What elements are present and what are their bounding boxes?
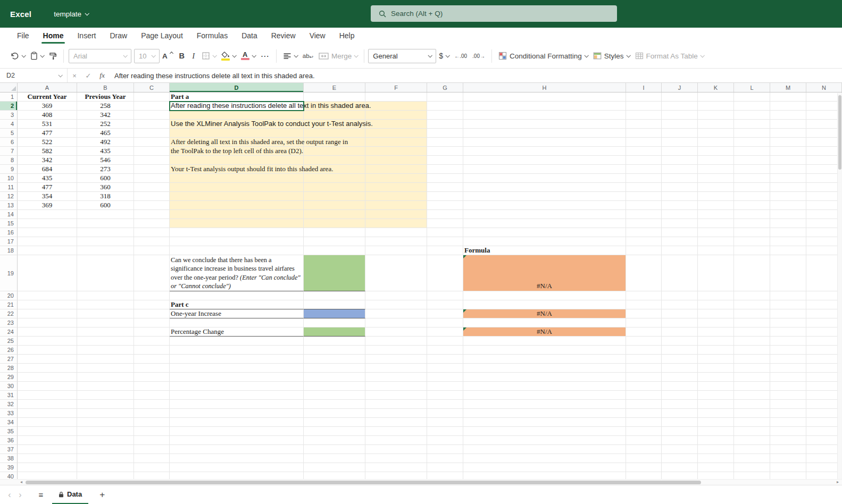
cell-H37[interactable] bbox=[463, 445, 626, 454]
cell-G32[interactable] bbox=[427, 400, 463, 409]
cell-C33[interactable] bbox=[134, 409, 170, 418]
cell-D31[interactable] bbox=[170, 391, 304, 400]
cell-L40[interactable] bbox=[734, 472, 770, 479]
cell-H8[interactable] bbox=[463, 156, 626, 165]
cell-G29[interactable] bbox=[427, 373, 463, 382]
cell-E21[interactable] bbox=[304, 300, 365, 309]
cell-D7[interactable]: the ToolPak to the top left cell of this… bbox=[170, 147, 304, 156]
cell-G34[interactable] bbox=[427, 418, 463, 427]
menu-tab-review[interactable]: Review bbox=[264, 28, 303, 44]
cell-H20[interactable] bbox=[463, 291, 626, 300]
cell-I39[interactable] bbox=[626, 463, 662, 472]
cell-H17[interactable] bbox=[463, 237, 626, 246]
cell-N12[interactable] bbox=[806, 192, 842, 201]
cell-G20[interactable] bbox=[427, 291, 463, 300]
cell-G35[interactable] bbox=[427, 427, 463, 436]
cell-F22[interactable] bbox=[365, 309, 427, 318]
cell-J7[interactable] bbox=[662, 147, 698, 156]
cell-L30[interactable] bbox=[734, 382, 770, 391]
cell-G16[interactable] bbox=[427, 228, 463, 237]
cell-N5[interactable] bbox=[806, 129, 842, 138]
row-header-3[interactable]: 3 bbox=[0, 111, 18, 120]
number-format-select[interactable]: General bbox=[368, 49, 436, 63]
cell-I30[interactable] bbox=[626, 382, 662, 391]
bold-button[interactable]: B bbox=[176, 48, 188, 64]
sheet-list-menu-button[interactable]: ≡ bbox=[34, 490, 48, 499]
cell-C36[interactable] bbox=[134, 436, 170, 445]
cell-D15[interactable] bbox=[170, 219, 304, 228]
cell-G38[interactable] bbox=[427, 454, 463, 463]
menu-tab-view[interactable]: View bbox=[303, 28, 332, 44]
cell-F28[interactable] bbox=[365, 364, 427, 373]
cell-H29[interactable] bbox=[463, 373, 626, 382]
cell-L33[interactable] bbox=[734, 409, 770, 418]
cell-B34[interactable] bbox=[77, 418, 134, 427]
cell-C13[interactable] bbox=[134, 201, 170, 210]
cell-M32[interactable] bbox=[770, 400, 806, 409]
cell-E20[interactable] bbox=[304, 291, 365, 300]
cell-B21[interactable] bbox=[77, 300, 134, 309]
cell-D9[interactable]: Your t-Test analysis output should fit i… bbox=[170, 165, 304, 174]
cell-I24[interactable] bbox=[626, 327, 662, 337]
cell-E36[interactable] bbox=[304, 436, 365, 445]
cell-D3[interactable] bbox=[170, 111, 304, 120]
cell-F1[interactable] bbox=[365, 93, 427, 102]
cell-H15[interactable] bbox=[463, 219, 626, 228]
app-logo[interactable]: Excel bbox=[10, 10, 31, 19]
cell-I1[interactable] bbox=[626, 93, 662, 102]
cell-L23[interactable] bbox=[734, 318, 770, 327]
cell-M38[interactable] bbox=[770, 454, 806, 463]
cell-K29[interactable] bbox=[698, 373, 734, 382]
menu-tab-insert[interactable]: Insert bbox=[70, 28, 103, 44]
cell-M13[interactable] bbox=[770, 201, 806, 210]
cell-B9[interactable]: 273 bbox=[77, 165, 134, 174]
cell-J9[interactable] bbox=[662, 165, 698, 174]
column-header-G[interactable]: G bbox=[427, 83, 463, 92]
column-header-N[interactable]: N bbox=[806, 83, 842, 92]
cell-D21[interactable]: Part c bbox=[170, 300, 304, 309]
cell-A7[interactable]: 582 bbox=[18, 147, 77, 156]
cell-A22[interactable] bbox=[18, 309, 77, 318]
column-header-A[interactable]: A bbox=[18, 83, 77, 92]
cell-M9[interactable] bbox=[770, 165, 806, 174]
cell-K18[interactable] bbox=[698, 246, 734, 255]
cell-I4[interactable] bbox=[626, 120, 662, 129]
cell-J37[interactable] bbox=[662, 445, 698, 454]
cell-F36[interactable] bbox=[365, 436, 427, 445]
cell-A26[interactable] bbox=[18, 346, 77, 355]
cell-G11[interactable] bbox=[427, 183, 463, 192]
cell-E32[interactable] bbox=[304, 400, 365, 409]
cell-I6[interactable] bbox=[626, 138, 662, 147]
cell-E18[interactable] bbox=[304, 246, 365, 255]
cell-G22[interactable] bbox=[427, 309, 463, 318]
cell-A21[interactable] bbox=[18, 300, 77, 309]
cell-H1[interactable] bbox=[463, 93, 626, 102]
cell-B16[interactable] bbox=[77, 228, 134, 237]
cell-L9[interactable] bbox=[734, 165, 770, 174]
cell-L5[interactable] bbox=[734, 129, 770, 138]
cell-M17[interactable] bbox=[770, 237, 806, 246]
cell-F17[interactable] bbox=[365, 237, 427, 246]
cell-L27[interactable] bbox=[734, 355, 770, 364]
cell-D4[interactable]: Use the XLMiner Analysis ToolPak to cond… bbox=[170, 120, 304, 129]
cell-A38[interactable] bbox=[18, 454, 77, 463]
cell-C18[interactable] bbox=[134, 246, 170, 255]
cell-F26[interactable] bbox=[365, 346, 427, 355]
font-color-button[interactable]: A bbox=[238, 48, 258, 64]
cell-F3[interactable] bbox=[365, 111, 427, 120]
cell-A4[interactable]: 531 bbox=[18, 120, 77, 129]
column-header-M[interactable]: M bbox=[770, 83, 806, 92]
cell-J11[interactable] bbox=[662, 183, 698, 192]
cell-A14[interactable] bbox=[18, 210, 77, 219]
cell-I22[interactable] bbox=[626, 309, 662, 318]
cell-K2[interactable] bbox=[698, 102, 734, 111]
column-header-F[interactable]: F bbox=[365, 83, 427, 92]
cell-N15[interactable] bbox=[806, 219, 842, 228]
cell-M23[interactable] bbox=[770, 318, 806, 327]
vertical-scrollbar[interactable] bbox=[837, 93, 842, 479]
cell-F7[interactable] bbox=[365, 147, 427, 156]
cell-M7[interactable] bbox=[770, 147, 806, 156]
cell-C37[interactable] bbox=[134, 445, 170, 454]
cell-M2[interactable] bbox=[770, 102, 806, 111]
cell-H36[interactable] bbox=[463, 436, 626, 445]
